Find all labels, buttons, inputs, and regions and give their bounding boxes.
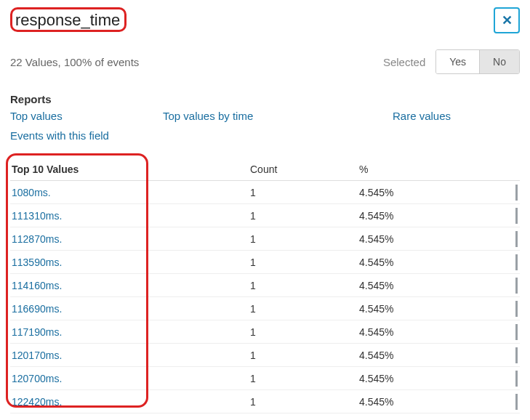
count-cell: 1 [250,396,359,408]
selected-group: Selected Yes No [383,49,520,74]
header-percent: % [359,163,483,175]
value-link[interactable]: 1080ms. [12,187,51,198]
selected-yes-button[interactable]: Yes [436,50,479,73]
selected-label: Selected [383,56,425,68]
value-link[interactable]: 113590ms. [12,257,62,268]
percent-cell: 4.545% [359,326,483,338]
value-link[interactable]: 120700ms. [12,373,62,384]
values-summary: 22 Values, 100% of events [10,56,139,68]
percent-cell: 4.545% [359,280,483,291]
close-button[interactable]: ✕ [494,7,520,33]
percent-cell: 4.545% [359,373,483,384]
table-row: 114160ms.14.545% [10,274,520,297]
reports-heading: Reports [10,93,520,105]
table-row: 1080ms.14.545% [10,181,520,204]
link-top-values[interactable]: Top values [10,110,163,122]
percent-bar [515,185,518,201]
link-top-values-by-time[interactable]: Top values by time [163,110,393,122]
table-row: 120170ms.14.545% [10,344,520,367]
percent-bar [515,278,518,294]
table-row: 113590ms.14.545% [10,251,520,274]
close-icon: ✕ [502,12,513,28]
percent-cell: 4.545% [359,233,483,245]
header-values: Top 10 Values [10,163,250,175]
selected-toggle: Yes No [435,49,520,74]
count-cell: 1 [250,373,359,384]
value-link[interactable]: 122420ms. [12,396,62,408]
percent-cell: 4.545% [359,257,483,268]
table-row: 120700ms.14.545% [10,367,520,390]
percent-cell: 4.545% [359,187,483,198]
count-cell: 1 [250,257,359,268]
table-header: Top 10 Values Count % [10,158,520,181]
percent-cell: 4.545% [359,350,483,361]
table-row: 112870ms.14.545% [10,227,520,251]
percent-cell: 4.545% [359,396,483,408]
value-link[interactable]: 111310ms. [12,210,62,222]
percent-bar [515,208,518,224]
header-count: Count [250,163,359,175]
count-cell: 1 [250,187,359,198]
percent-bar [515,231,518,247]
percent-bar [515,254,518,270]
count-cell: 1 [250,303,359,315]
percent-cell: 4.545% [359,303,483,315]
table-row: 116690ms.14.545% [10,297,520,320]
percent-cell: 4.545% [359,210,483,222]
table-row: 117190ms.14.545% [10,320,520,344]
count-cell: 1 [250,210,359,222]
value-link[interactable]: 117190ms. [12,326,62,338]
count-cell: 1 [250,326,359,338]
link-rare-values[interactable]: Rare values [393,110,451,122]
value-link[interactable]: 112870ms. [12,233,62,245]
percent-bar [515,324,518,340]
percent-bar [515,301,518,317]
link-events-with-field[interactable]: Events with this field [10,129,109,142]
table-row: 111310ms.14.545% [10,204,520,227]
value-link[interactable]: 120170ms. [12,350,62,361]
percent-bar [515,394,518,410]
values-table: Top 10 Values Count % 1080ms.14.545%1113… [10,158,520,413]
selected-no-button[interactable]: No [479,50,519,73]
value-link[interactable]: 114160ms. [12,280,62,291]
count-cell: 1 [250,233,359,245]
count-cell: 1 [250,350,359,361]
table-row: 122420ms.14.545% [10,390,520,413]
value-link[interactable]: 116690ms. [12,303,62,315]
percent-bar [515,347,518,363]
title-highlight: response_time [10,7,127,32]
field-title: response_time [15,11,120,29]
percent-bar [515,371,518,387]
count-cell: 1 [250,280,359,291]
